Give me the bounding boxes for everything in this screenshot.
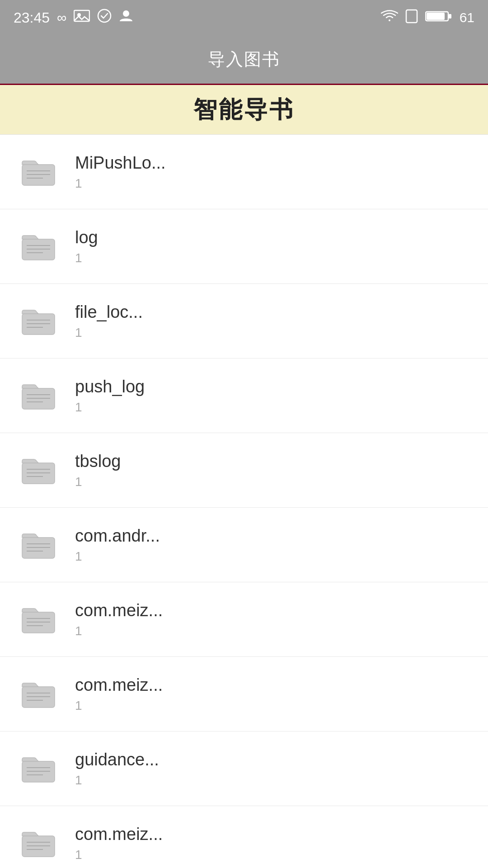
top-bar-title: 导入图书: [208, 48, 280, 71]
file-count: 1: [75, 251, 98, 265]
folder-icon: [20, 231, 56, 262]
folder-icon: [20, 455, 56, 486]
folder-icon: [20, 828, 56, 859]
file-name: guidance...: [75, 750, 159, 769]
folder-icon-wrapper: [18, 301, 59, 341]
file-count: 1: [75, 773, 159, 788]
file-name: MiPushLo...: [75, 153, 166, 173]
status-left: 23:45 ∞: [14, 9, 133, 27]
folder-icon: [20, 679, 56, 709]
phone-icon: [405, 9, 418, 27]
list-item[interactable]: com.andr... 1: [0, 508, 488, 582]
file-info: com.meiz... 1: [75, 601, 163, 638]
list-item[interactable]: file_loc... 1: [0, 284, 488, 359]
svg-point-3: [123, 10, 129, 17]
file-count: 1: [75, 698, 163, 713]
file-name: log: [75, 228, 98, 247]
battery-icon: [425, 9, 452, 26]
infinity-icon: ∞: [57, 10, 66, 25]
file-info: file_loc... 1: [75, 302, 143, 340]
file-info: com.meiz... 1: [75, 675, 163, 713]
time-display: 23:45: [14, 9, 50, 26]
list-item[interactable]: tbslog 1: [0, 433, 488, 508]
folder-icon-wrapper: [18, 375, 59, 416]
list-item[interactable]: guidance... 1: [0, 731, 488, 806]
smart-import-banner: 智能导书: [0, 85, 488, 135]
file-name: com.andr...: [75, 526, 160, 546]
file-info: com.andr... 1: [75, 526, 160, 564]
file-count: 1: [75, 326, 143, 340]
file-list: MiPushLo... 1 log 1: [0, 135, 488, 868]
file-info: MiPushLo... 1: [75, 153, 166, 191]
file-count: 1: [75, 400, 145, 415]
folder-icon-wrapper: [18, 748, 59, 789]
status-right: 61: [381, 9, 474, 27]
folder-icon: [20, 156, 56, 187]
list-item[interactable]: com.meiz... 1: [0, 657, 488, 731]
folder-icon: [20, 604, 56, 635]
file-name: push_log: [75, 377, 145, 396]
folder-icon: [20, 380, 56, 411]
folder-icon: [20, 529, 56, 560]
file-name: com.meiz...: [75, 825, 163, 844]
file-info: com.meiz... 1: [75, 825, 163, 862]
folder-icon-wrapper: [18, 674, 59, 714]
file-name: com.meiz...: [75, 675, 163, 695]
smart-import-label: 智能导书: [193, 94, 295, 126]
folder-icon-wrapper: [18, 151, 59, 192]
folder-icon-wrapper: [18, 450, 59, 491]
file-info: guidance... 1: [75, 750, 159, 788]
file-count: 1: [75, 624, 163, 638]
folder-icon-wrapper: [18, 599, 59, 640]
svg-point-2: [98, 9, 111, 22]
check-circle-icon: [97, 9, 112, 27]
file-name: tbslog: [75, 452, 121, 471]
file-name: file_loc...: [75, 302, 143, 322]
wifi-icon: [381, 9, 398, 26]
folder-icon: [20, 306, 56, 336]
folder-icon-wrapper: [18, 823, 59, 863]
file-count: 1: [75, 549, 160, 564]
list-item[interactable]: com.meiz... 1: [0, 582, 488, 657]
image-icon: [74, 9, 90, 26]
list-item[interactable]: com.meiz... 1: [0, 806, 488, 868]
file-count: 1: [75, 475, 121, 489]
folder-icon-wrapper: [18, 226, 59, 267]
list-item[interactable]: MiPushLo... 1: [0, 135, 488, 209]
folder-icon: [20, 753, 56, 784]
svg-rect-7: [449, 14, 451, 19]
file-name: com.meiz...: [75, 601, 163, 620]
svg-rect-4: [406, 10, 417, 23]
battery-percent: 61: [460, 10, 474, 25]
file-count: 1: [75, 176, 166, 191]
file-info: tbslog 1: [75, 452, 121, 489]
person-icon: [119, 9, 133, 27]
status-bar: 23:45 ∞: [0, 0, 488, 35]
file-info: push_log 1: [75, 377, 145, 415]
folder-icon-wrapper: [18, 524, 59, 565]
list-item[interactable]: log 1: [0, 209, 488, 284]
svg-rect-6: [427, 13, 445, 20]
file-info: log 1: [75, 228, 98, 265]
list-item[interactable]: push_log 1: [0, 359, 488, 433]
top-bar: 导入图书: [0, 35, 488, 85]
file-count: 1: [75, 848, 163, 862]
